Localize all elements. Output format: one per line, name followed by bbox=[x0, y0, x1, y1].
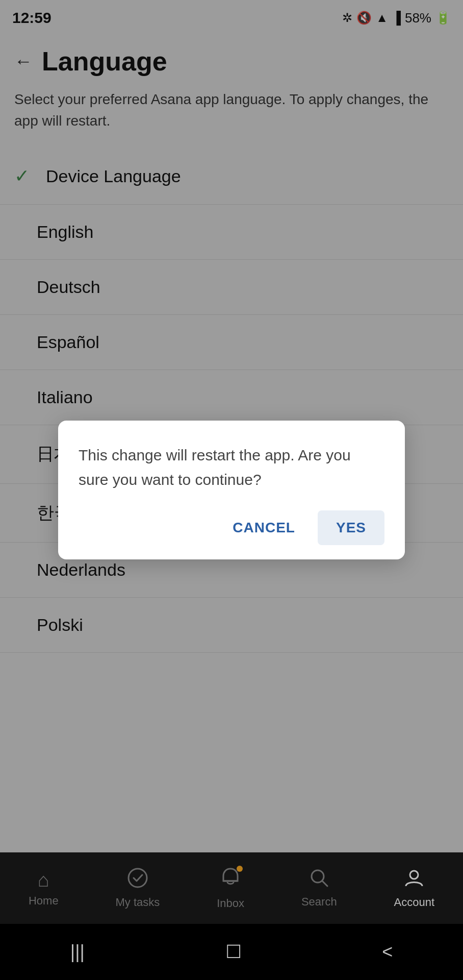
confirm-dialog: This change will restart the app. Are yo… bbox=[58, 421, 405, 559]
dialog-overlay: This change will restart the app. Are yo… bbox=[0, 0, 463, 980]
cancel-button[interactable]: CANCEL bbox=[214, 510, 314, 545]
dialog-buttons: CANCEL YES bbox=[79, 510, 384, 545]
yes-button[interactable]: YES bbox=[318, 510, 384, 545]
dialog-message: This change will restart the app. Are yo… bbox=[79, 443, 384, 492]
